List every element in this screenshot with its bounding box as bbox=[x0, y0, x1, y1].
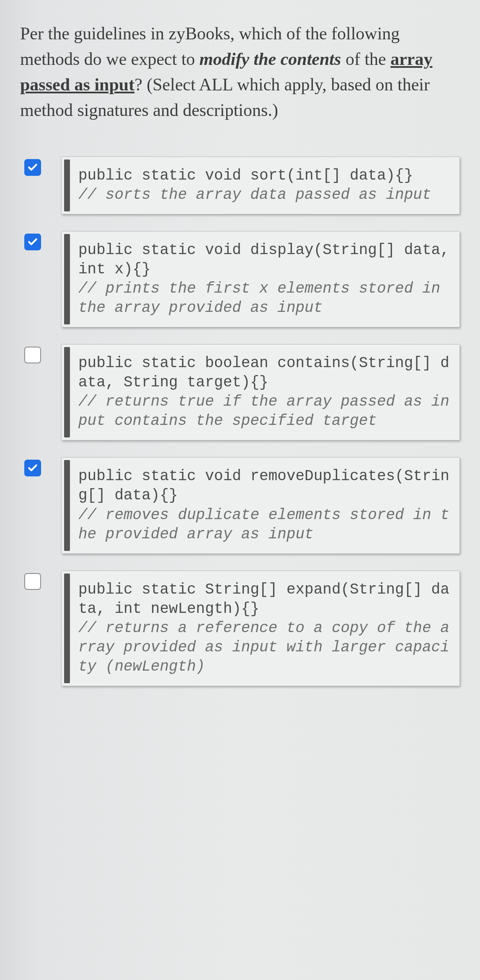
code-signature: public static void removeDuplicates(Stri… bbox=[78, 468, 449, 504]
code-card: public static void removeDuplicates(Stri… bbox=[61, 457, 460, 553]
check-icon bbox=[27, 162, 38, 173]
question-part2: of the bbox=[341, 49, 390, 69]
code-comment: // prints the first x elements stored in… bbox=[78, 280, 440, 316]
quiz-page: Per the guidelines in zyBooks, which of … bbox=[0, 0, 480, 980]
check-icon bbox=[27, 237, 38, 247]
options-list: public static void sort(int[] data){} //… bbox=[20, 157, 460, 686]
checkbox-option-4[interactable] bbox=[24, 460, 41, 476]
option-row: public static String[] expand(String[] d… bbox=[24, 571, 460, 686]
code-comment: // returns a reference to a copy of the … bbox=[78, 620, 449, 675]
code-card: public static String[] expand(String[] d… bbox=[61, 571, 460, 686]
checkbox-option-1[interactable] bbox=[24, 159, 41, 176]
code-comment: // removes duplicate elements stored in … bbox=[78, 507, 449, 543]
code-card: public static boolean contains(String[] … bbox=[61, 344, 460, 440]
question-text: Per the guidelines in zyBooks, which of … bbox=[20, 21, 460, 123]
option-row: public static void sort(int[] data){} //… bbox=[24, 157, 460, 214]
code-signature: public static void sort(int[] data){} bbox=[78, 167, 413, 184]
question-emphasis: modify the contents bbox=[199, 49, 341, 69]
code-comment: // sorts the array data passed as input bbox=[78, 186, 431, 203]
option-row: public static boolean contains(String[] … bbox=[24, 344, 460, 440]
code-card: public static void display(String[] data… bbox=[61, 231, 460, 327]
check-icon bbox=[27, 463, 38, 473]
code-card: public static void sort(int[] data){} //… bbox=[61, 157, 460, 214]
code-signature: public static boolean contains(String[] … bbox=[78, 355, 449, 391]
checkbox-option-2[interactable] bbox=[24, 234, 41, 250]
checkbox-option-3[interactable] bbox=[24, 347, 41, 363]
code-comment: // returns true if the array passed as i… bbox=[78, 393, 449, 430]
option-row: public static void display(String[] data… bbox=[24, 231, 460, 327]
checkbox-option-5[interactable] bbox=[24, 573, 41, 590]
code-signature: public static String[] expand(String[] d… bbox=[78, 581, 449, 617]
code-signature: public static void display(String[] data… bbox=[78, 242, 449, 278]
option-row: public static void removeDuplicates(Stri… bbox=[24, 457, 460, 553]
